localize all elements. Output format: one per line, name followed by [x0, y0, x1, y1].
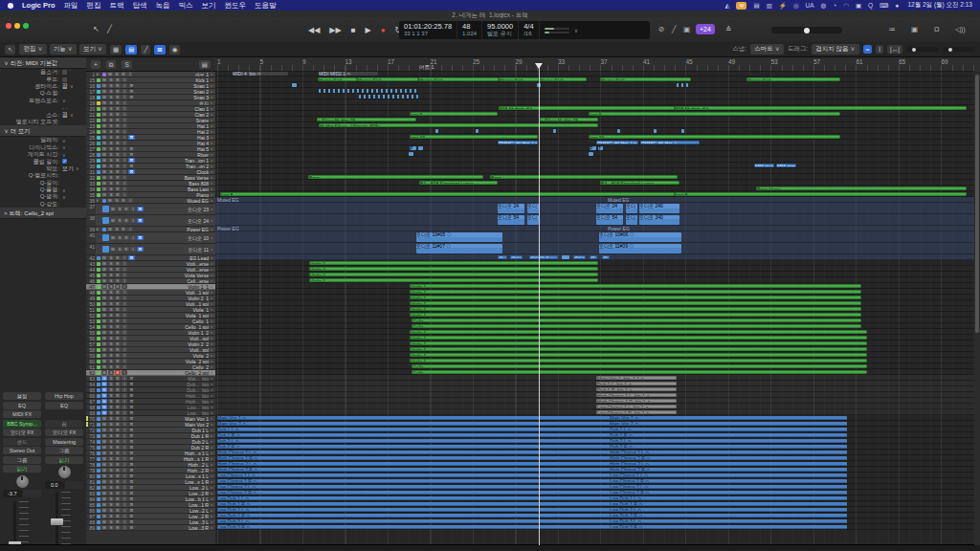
record-enable-button[interactable]: R — [115, 359, 121, 364]
chevron-down-icon[interactable]: ∨ — [70, 112, 74, 118]
mute-button[interactable]: M — [101, 324, 107, 329]
solo-button[interactable]: S — [108, 485, 114, 490]
record-enable-button[interactable]: R — [115, 479, 121, 484]
solo-button[interactable]: S — [108, 112, 114, 117]
region[interactable] — [654, 129, 657, 134]
keyboard-icon[interactable]: ⌨ — [880, 2, 888, 10]
strip-slot-inst[interactable]: BBC Symp... — [3, 420, 41, 428]
strip-slot-btn[interactable]: EQ — [45, 402, 83, 409]
mute-button[interactable]: M — [101, 364, 107, 369]
mute-button[interactable]: M — [101, 319, 107, 323]
mute-button[interactable]: M — [101, 77, 107, 82]
input-monitor-button[interactable]: I — [122, 387, 127, 392]
region[interactable]: Low Chorus 1 R_bip.1 ◇ — [596, 410, 677, 415]
region[interactable] — [319, 89, 418, 94]
region[interactable]: Low Dub 2 R ◇ — [539, 514, 847, 518]
input-monitor-button[interactable]: I — [122, 456, 127, 461]
region[interactable]: Power EG — [608, 227, 656, 231]
stop-button[interactable]: ■ — [351, 26, 356, 34]
record-enable-button[interactable]: R — [115, 169, 121, 174]
menu-item-1[interactable]: 파일 — [64, 1, 78, 11]
solo-button[interactable]: S — [108, 267, 114, 272]
region[interactable]: Cello — [412, 319, 861, 323]
input-monitor-button[interactable]: I — [122, 336, 127, 341]
mute-button[interactable]: M — [101, 135, 107, 140]
track-row[interactable]: 40MSRI⊠오디오 10● — [86, 232, 215, 244]
input-monitor-button[interactable]: I — [122, 95, 127, 99]
mute-button[interactable]: M — [101, 496, 107, 501]
solo-button[interactable]: S — [117, 207, 122, 211]
record-enable-button[interactable]: R — [115, 410, 121, 415]
strip-slot-btn[interactable]: 오디오 FX — [3, 429, 41, 436]
region[interactable]: Cello — [412, 324, 861, 329]
alert-icon[interactable]: ≙ — [725, 25, 731, 33]
scrollbar-thumb[interactable] — [975, 75, 979, 333]
input-monitor-button[interactable]: I — [122, 83, 127, 88]
region[interactable]: Bass Verse — [756, 187, 967, 191]
pan-knob[interactable] — [16, 475, 29, 488]
input-monitor-button[interactable]: I — [122, 296, 127, 300]
record-enable-button[interactable]: R — [121, 198, 126, 203]
record-enable-button[interactable]: R — [115, 428, 121, 432]
menu-item-2[interactable]: 편집 — [87, 1, 101, 11]
solo-button[interactable]: S — [108, 433, 114, 438]
mute-button[interactable]: M — [101, 123, 107, 128]
solo-button[interactable]: S — [108, 89, 114, 94]
region-inspector-row-4[interactable]: 트랜스포즈:∨ — [0, 98, 86, 104]
solo-button[interactable]: S — [108, 164, 114, 168]
solo-button[interactable]: S — [108, 307, 114, 312]
lcd-time-section[interactable]: 01:01:20:25.78 33 1 1 37 — [399, 21, 457, 39]
chevron-down-icon[interactable]: ∨ — [76, 165, 79, 171]
mute-button[interactable]: M — [101, 387, 107, 392]
region[interactable]: Violin 1 — [410, 347, 867, 352]
solo-button[interactable]: S — [108, 141, 114, 145]
strip-slot-btn[interactable]: 설정 — [3, 392, 41, 400]
mute-button[interactable]: M — [101, 100, 107, 105]
input-monitor-button[interactable]: I — [127, 72, 133, 77]
solo-button[interactable]: S — [114, 72, 120, 77]
record-enable-button[interactable]: R — [115, 284, 121, 289]
record-enable-button[interactable]: R — [115, 342, 121, 346]
track-row[interactable]: 41MSRI⊠오디오 11● — [86, 244, 215, 255]
region[interactable]: High Chorus 1 R ◇ — [539, 456, 847, 461]
record-enable-button[interactable]: R — [115, 77, 121, 82]
mute-button[interactable]: M — [101, 474, 107, 478]
region[interactable]: Main Vox 2 ◇ — [539, 422, 847, 427]
input-monitor-button[interactable]: I — [122, 290, 127, 295]
ua-icon[interactable]: UA — [806, 2, 814, 9]
solo-button[interactable]: S — [108, 319, 114, 323]
vertical-scrollbar[interactable] — [974, 71, 980, 545]
display-icon[interactable]: ▤ — [753, 2, 759, 10]
wifi-icon[interactable]: ◠ — [843, 2, 849, 10]
region[interactable]: Low Dub 3 L ◇ — [217, 519, 539, 524]
solo-button[interactable]: S — [108, 508, 114, 513]
region[interactable]: ♦ Silver Hi-Hat 08 — [540, 118, 598, 122]
region[interactable]: Dub 1 L_bip.1 ◇ — [596, 382, 677, 386]
region[interactable]: BA - 808 Standard Luger — [419, 181, 498, 186]
record-enable-button[interactable]: R — [115, 405, 121, 409]
record-enable-button[interactable]: R — [115, 261, 121, 266]
chevron-down-icon[interactable]: ∨ — [62, 194, 66, 200]
region[interactable]: 오디오 10#05 ◇ — [416, 232, 502, 243]
vertical-zoom-slider[interactable] — [943, 47, 975, 52]
play-button[interactable]: ▶ — [365, 26, 370, 34]
solo-button[interactable]: S — [108, 100, 114, 105]
mute-button[interactable]: M — [101, 382, 107, 386]
record-button[interactable]: ● — [381, 26, 386, 34]
mute-button[interactable]: M — [101, 405, 107, 409]
track-zoom-icon[interactable]: ▤ — [199, 60, 211, 69]
loop-browser-icon[interactable]: Ω — [934, 25, 940, 33]
region[interactable]: Inst 8 — [220, 192, 675, 197]
scissors-icon[interactable]: ╱ — [141, 45, 150, 55]
region[interactable]: PMMC_Hi-Hat_L — [640, 141, 700, 145]
control-center-icon[interactable]: ▣ — [856, 2, 861, 10]
pencil-tool-icon[interactable]: ╱ — [107, 24, 112, 35]
region[interactable] — [292, 83, 297, 88]
mute-button[interactable]: M — [101, 508, 107, 513]
region[interactable]: 오디 — [626, 215, 637, 226]
region[interactable]: High Chorus 1 R_bip.1 ◇ — [596, 399, 677, 404]
solo-button[interactable]: S — [108, 261, 114, 266]
gain-value[interactable]: -3.7 — [3, 490, 22, 497]
region[interactable]: 오 — [498, 255, 507, 260]
region[interactable]: Violin 1 — [410, 296, 861, 300]
